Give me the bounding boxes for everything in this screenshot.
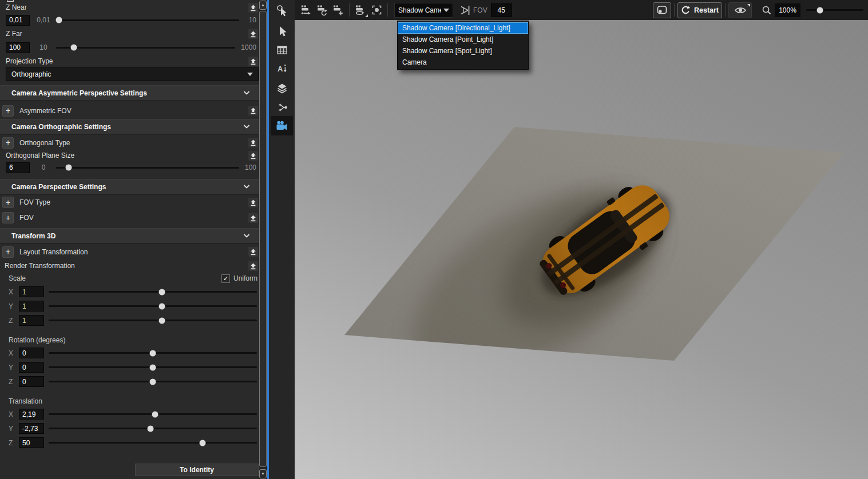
layout-transformation-expand-button[interactable]: + (2, 246, 14, 258)
to-identity-button[interactable]: To Identity (135, 464, 259, 476)
camera-apply-button[interactable] (298, 2, 314, 18)
projection-type-select[interactable]: Orthographic (6, 67, 259, 81)
font-tool-button[interactable]: A (269, 59, 295, 78)
axis-y-label: Y (9, 302, 17, 310)
translation-z-slider-thumb[interactable] (200, 440, 206, 446)
scale-y-slider[interactable] (49, 305, 257, 307)
menu-item-camera[interactable]: Camera (398, 57, 528, 68)
fov-toolbar-input[interactable] (491, 3, 512, 17)
upload-icon (249, 152, 257, 159)
translation-y-slider[interactable] (49, 428, 257, 429)
rotation-x-slider-thumb[interactable] (150, 350, 156, 356)
scrollbar-thumb[interactable] (259, 11, 267, 467)
mode-toolbar: A (269, 0, 295, 479)
section-header-transform3d[interactable]: Transform 3D (0, 228, 259, 244)
scroll-up-button[interactable]: ▲ (259, 1, 267, 10)
rotation-z-input[interactable] (19, 376, 44, 387)
section-title: Transform 3D (11, 232, 56, 240)
upload-icon (249, 262, 257, 270)
focus-selection-button[interactable] (368, 2, 385, 18)
render-transformation-upload-button[interactable] (248, 261, 259, 272)
uniform-toggle[interactable]: ✓ Uniform (221, 274, 257, 283)
translation-y-slider-thumb[interactable] (148, 425, 154, 432)
rotation-x-slider[interactable] (49, 352, 257, 354)
layout-transformation-upload-button[interactable] (248, 246, 259, 257)
layers-tool-button[interactable] (269, 78, 295, 98)
scale-y-input[interactable] (19, 301, 44, 312)
camera-add-button[interactable] (330, 2, 346, 18)
z-near-min-label: 0,01 (37, 16, 50, 24)
asymmetric-fov-upload-button[interactable] (248, 105, 259, 116)
z-far-input[interactable] (6, 42, 30, 53)
section-header-perspective[interactable]: Camera Perspective Settings (0, 179, 259, 194)
table-tool-button[interactable] (269, 40, 295, 59)
translation-z-input[interactable] (19, 437, 44, 448)
rotation-z-slider-thumb[interactable] (150, 378, 156, 385)
restart-button[interactable]: Restart (677, 2, 722, 18)
translation-x-slider[interactable] (49, 413, 257, 415)
z-near-upload-button[interactable] (248, 2, 259, 13)
z-near-label: Z Near (6, 3, 27, 11)
interact-tool-button[interactable] (269, 1, 295, 21)
rotation-z-slider[interactable] (49, 381, 257, 382)
projection-type-upload-button[interactable] (248, 56, 259, 67)
fov-type-expand-button[interactable]: + (2, 197, 14, 208)
scale-x-slider[interactable] (49, 291, 257, 293)
viewport-3d[interactable] (295, 20, 868, 479)
plane-size-input[interactable] (6, 162, 30, 173)
section-header-orthographic[interactable]: Camera Orthographic Settings (0, 119, 259, 134)
translation-z-slider[interactable] (49, 442, 257, 444)
translation-y-input[interactable] (19, 423, 44, 434)
fov-expand-button[interactable]: + (2, 212, 14, 223)
camera-reset-button[interactable] (314, 2, 330, 18)
scale-z-slider[interactable] (49, 320, 257, 321)
rotation-y-slider-thumb[interactable] (150, 364, 156, 370)
camera-selector-dropdown[interactable]: Shadow Camera (394, 3, 453, 18)
section-header-asymmetric[interactable]: Camera Asymmetric Perspective Settings (0, 85, 259, 101)
orthogonal-type-upload-button[interactable] (248, 137, 259, 148)
z-near-slider-thumb[interactable] (56, 17, 62, 23)
render-region-button[interactable] (653, 2, 671, 18)
menu-item-shadow-camera-point[interactable]: Shadow Camera [Point_Light] (398, 34, 528, 45)
plane-size-upload-button[interactable] (248, 150, 259, 161)
fov-upload-button[interactable] (248, 213, 259, 223)
translation-x-input[interactable] (19, 409, 44, 420)
fov-type-label: FOV Type (19, 198, 50, 206)
z-far-slider[interactable] (56, 47, 235, 49)
z-far-upload-button[interactable] (248, 29, 259, 39)
flow-graph-tool-button[interactable] (269, 98, 295, 117)
z-near-slider[interactable] (56, 19, 239, 21)
plane-size-slider[interactable] (56, 167, 239, 169)
svg-text:A: A (278, 65, 283, 73)
z-far-slider-thumb[interactable] (71, 45, 77, 51)
fov-type-upload-button[interactable] (248, 197, 259, 208)
z-near-input[interactable] (6, 15, 30, 26)
rotation-y-input[interactable] (19, 362, 44, 373)
visibility-button[interactable] (728, 2, 752, 18)
scale-y-slider-thumb[interactable] (159, 303, 165, 309)
rotation-x-input[interactable] (19, 348, 44, 358)
select-tool-button[interactable] (269, 22, 295, 41)
camera-tool-button-active[interactable] (271, 116, 293, 135)
scale-x-input[interactable] (19, 286, 44, 297)
camera-orbit-button[interactable] (352, 2, 368, 18)
translation-x-slider-thumb[interactable] (152, 411, 158, 417)
orthogonal-type-expand-button[interactable]: + (2, 137, 14, 149)
scale-x-slider-thumb[interactable] (159, 289, 165, 295)
menu-item-shadow-camera-directional[interactable]: Shadow Camera [Directional_Light] (398, 22, 528, 34)
scale-header-row: Scale ✓ Uniform (0, 272, 259, 285)
asymmetric-fov-expand-button[interactable]: + (2, 105, 14, 117)
plane-size-slider-thumb[interactable] (66, 165, 72, 171)
scale-z-input[interactable] (19, 315, 44, 326)
zoom-slider[interactable] (806, 9, 863, 11)
zoom-slider-thumb[interactable] (817, 7, 823, 13)
panel-scrollbar[interactable]: ▲ ▼ (259, 0, 267, 479)
upload-icon (249, 199, 257, 206)
rotation-y-slider[interactable] (49, 366, 257, 368)
scroll-down-button[interactable]: ▼ (259, 469, 267, 478)
menu-item-shadow-camera-spot[interactable]: Shadow Camera [Spot_Light] (398, 45, 528, 57)
section-title: Camera Orthographic Settings (11, 123, 111, 131)
scale-z-slider-thumb[interactable] (159, 317, 165, 324)
uniform-checkbox[interactable]: ✓ (221, 274, 230, 283)
zoom-level-value[interactable]: 100% (775, 3, 800, 17)
